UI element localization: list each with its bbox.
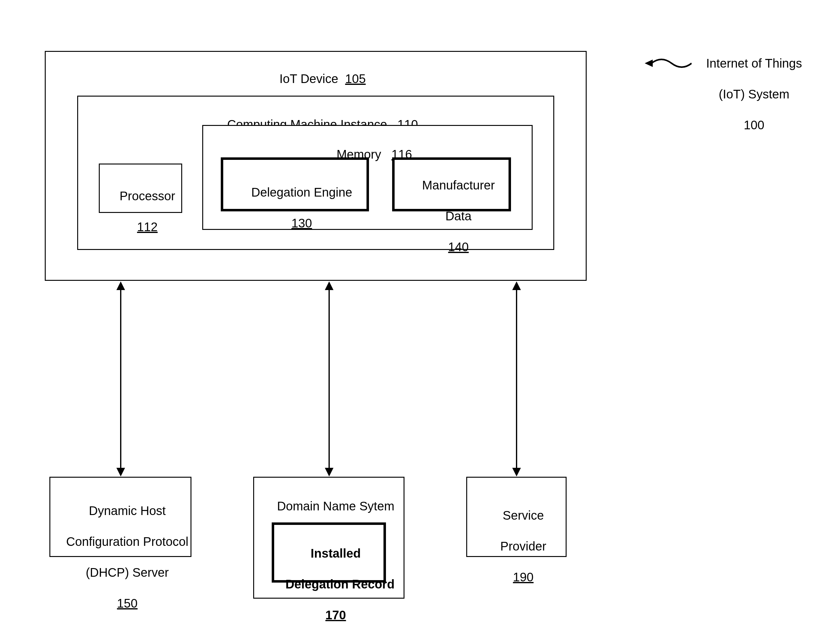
delegation-record-l1: Installed — [311, 546, 361, 560]
delegation-engine-label: Delegation Engine 130 — [221, 169, 369, 246]
delegation-record-label: Installed Delegation Record 170 — [272, 530, 386, 638]
manufacturer-data-ref: 140 — [448, 240, 469, 254]
delegation-record-l2: Delegation Record — [285, 577, 394, 591]
title-ref: 100 — [744, 118, 764, 132]
service-provider-l1: Service — [503, 509, 544, 522]
dhcp-l2: Configuration Protocol — [66, 535, 188, 548]
arrow-dns-down — [325, 468, 334, 477]
dhcp-label: Dynamic Host Configuration Protocol (DHC… — [49, 488, 191, 626]
delegation-engine-text: Delegation Engine — [251, 186, 352, 199]
pointer-arrowhead — [645, 60, 653, 67]
system-title: Internet of Things (IoT) System 100 — [686, 40, 809, 148]
service-provider-l2: Provider — [500, 540, 546, 553]
arrow-dhcp-line — [120, 290, 121, 468]
arrow-dhcp-down — [117, 468, 125, 477]
manufacturer-data-label: Manufacturer Data 140 — [392, 162, 511, 270]
delegation-engine-ref: 130 — [292, 216, 312, 230]
processor-ref: 112 — [137, 220, 158, 234]
processor-label: Processor 112 — [99, 173, 182, 250]
title-line2: (IoT) System — [719, 87, 790, 101]
diagram-canvas: Internet of Things (IoT) System 100 IoT … — [0, 0, 821, 644]
processor-text: Processor — [120, 189, 175, 203]
arrow-sp-up — [512, 281, 521, 290]
delegation-record-ref: 170 — [326, 608, 346, 622]
arrow-dhcp-up — [117, 281, 125, 290]
arrow-sp-down — [512, 468, 521, 477]
dns-l1: Domain Name Sytem — [277, 499, 394, 513]
iot-device-label: IoT Device 105 — [45, 55, 587, 102]
title-line1: Internet of Things — [706, 57, 802, 70]
service-provider-label: Service Provider 190 — [466, 492, 567, 600]
iot-device-ref: 105 — [345, 72, 366, 86]
service-provider-ref: 190 — [513, 570, 533, 584]
dhcp-l3: (DHCP) Server — [86, 566, 169, 579]
arrow-dns-up — [325, 281, 334, 290]
dhcp-l1: Dynamic Host — [89, 504, 166, 517]
pointer-squiggle — [652, 57, 692, 69]
dhcp-ref: 150 — [117, 596, 138, 610]
manufacturer-data-l1: Manufacturer — [422, 178, 495, 192]
arrow-sp-line — [516, 290, 517, 468]
arrow-dns-line — [329, 290, 330, 468]
iot-device-text: IoT Device — [280, 72, 338, 86]
manufacturer-data-l2: Data — [445, 209, 472, 223]
